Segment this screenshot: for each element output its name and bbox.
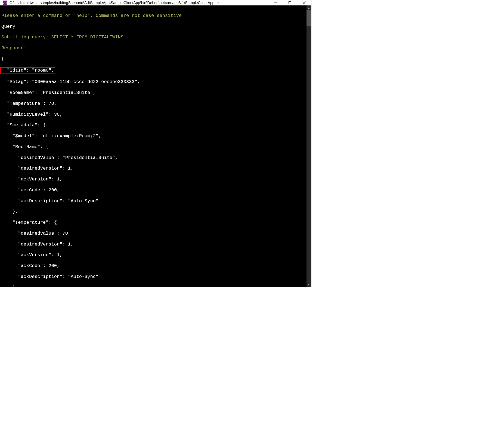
prompt-line: Please enter a command or 'help'. Comman… xyxy=(1,13,305,19)
minimize-button[interactable] xyxy=(269,0,283,5)
json-line: "ackDescription": "Auto-Sync" xyxy=(1,198,305,204)
json-line: "desiredValue": 70, xyxy=(1,231,305,236)
titlebar[interactable]: C:\ C:\...\digital-twins-samples\buildin… xyxy=(0,0,311,5)
app-icon: C:\ xyxy=(2,0,7,5)
json-line: }, xyxy=(1,285,305,287)
maximize-button[interactable] xyxy=(283,0,297,5)
svg-rect-1 xyxy=(289,2,291,4)
window-title: C:\...\digital-twins-samples\buildingSce… xyxy=(10,1,269,5)
json-line: "ackVersion": 1, xyxy=(1,252,305,258)
response-label: Response: xyxy=(1,45,305,51)
json-line: "desiredVersion": 1, xyxy=(1,166,305,171)
query-command-line: Query xyxy=(1,24,305,29)
json-line: "ackCode": 200, xyxy=(1,188,305,193)
vertical-scrollbar[interactable]: ▲ ▼ xyxy=(307,5,311,287)
app-window: C:\ C:\...\digital-twins-samples\buildin… xyxy=(0,0,311,287)
json-line: "$model": "dtmi:example:Room;2", xyxy=(1,133,305,139)
submitting-line: Submitting query: SELECT * FROM DIGITALT… xyxy=(1,35,305,40)
json-line: "Temperature": 70, xyxy=(1,101,305,106)
json-line: "ackVersion": 1, xyxy=(1,177,305,182)
json-line: "$metadata": { xyxy=(1,122,305,128)
console-output[interactable]: Please enter a command or 'help'. Comman… xyxy=(0,5,307,287)
json-line: "RoomName": { xyxy=(1,144,305,150)
highlight-room0: "$dtId": "room0", xyxy=(0,67,55,74)
json-line: "Temperature": { xyxy=(1,220,305,225)
json-dtid-room0: "$dtId": "room0", xyxy=(1,67,305,74)
app-icon-text: C:\ xyxy=(3,1,7,5)
json-line: "ackCode": 200, xyxy=(1,263,305,269)
json-line: "desiredValue": "PresidentialSuite", xyxy=(1,155,305,161)
json-line: }, xyxy=(1,209,305,214)
window-controls xyxy=(269,0,311,5)
console-area: Please enter a command or 'help'. Comman… xyxy=(0,5,311,287)
json-line: "$etag": "0000aaaa-11bb-cccc-dd22-eeeeee… xyxy=(1,79,305,85)
json-line: "RoomName": "PresidentialSuite", xyxy=(1,90,305,96)
json-line: "ackDescription": "Auto-Sync" xyxy=(1,274,305,280)
close-button[interactable] xyxy=(297,0,311,5)
scroll-up-icon[interactable]: ▲ xyxy=(307,5,311,10)
scrollbar-thumb[interactable] xyxy=(307,10,311,26)
json-line: "desiredVersion": 1, xyxy=(1,242,305,247)
scroll-down-icon[interactable]: ▼ xyxy=(307,282,311,287)
json-line: "HumidityLevel": 30, xyxy=(1,112,305,117)
json-brace: { xyxy=(1,56,305,62)
